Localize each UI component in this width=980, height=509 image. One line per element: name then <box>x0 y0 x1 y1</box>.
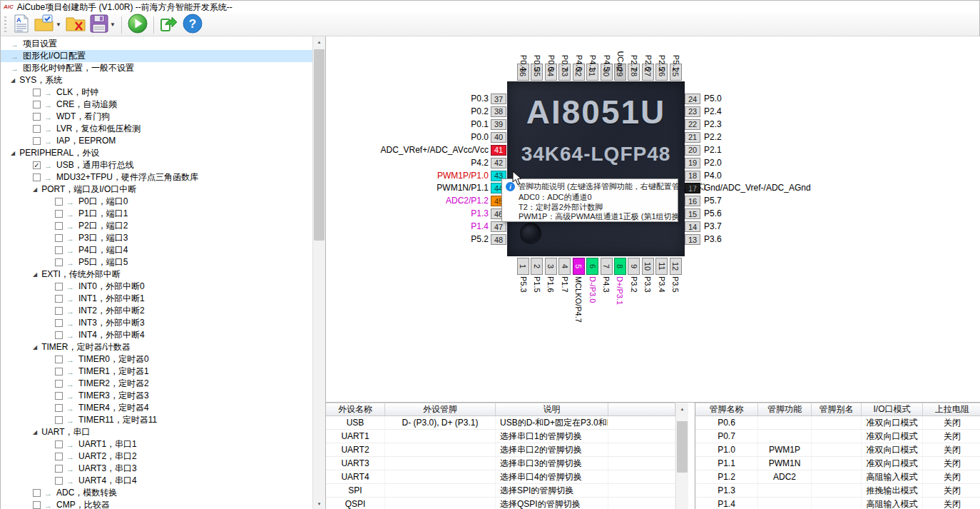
checkbox[interactable] <box>55 210 63 218</box>
pin-22[interactable]: 22 <box>685 119 700 130</box>
peripheral-row[interactable]: UART2选择串口2的管脚切换 <box>326 443 675 457</box>
tree-item[interactable]: →P1口，端口1 <box>1 208 312 220</box>
pin-1[interactable]: 1 <box>517 258 529 275</box>
expander-icon[interactable]: ◢ <box>11 147 15 159</box>
tree-item[interactable]: →WDT，看门狗 <box>1 111 312 123</box>
tree-item[interactable]: →TIMER2，定时器2 <box>1 378 312 390</box>
peripheral-scrollbar-thumb[interactable] <box>677 421 688 473</box>
column-header[interactable]: 管脚功能 <box>758 403 812 415</box>
tree-item[interactable]: →INT1，外部中断1 <box>1 293 312 305</box>
column-header[interactable]: 管脚别名 <box>812 403 862 415</box>
pin-41[interactable]: 41 <box>491 145 506 156</box>
tree-item[interactable]: →TIMER11，定时器11 <box>1 414 312 426</box>
tree-item[interactable]: →P5口，端口5 <box>1 256 312 268</box>
pin-row[interactable]: P1.1PWM1N准双向口模式关闭 <box>695 457 980 470</box>
run-button[interactable] <box>126 15 150 35</box>
pin-row[interactable]: P0.6准双向口模式关闭 <box>695 416 980 430</box>
checkbox[interactable] <box>55 440 63 448</box>
pin-21[interactable]: 21 <box>685 132 700 143</box>
tree-item[interactable]: →CLK，时钟 <box>1 86 312 99</box>
pin-row[interactable]: P1.2ADC2高阻输入模式关闭 <box>695 470 980 484</box>
tree-item[interactable]: →TIMER3，定时器3 <box>1 390 312 402</box>
tree-item[interactable]: →P2口，端口2 <box>1 220 312 232</box>
peripheral-table-scrollbar[interactable]: ▲ <box>675 402 688 509</box>
pin-11[interactable]: 11 <box>655 258 668 275</box>
checkbox[interactable] <box>55 198 63 206</box>
checkbox[interactable] <box>55 295 63 303</box>
tree-item[interactable]: ◢PERIPHERAL，外设 <box>1 147 312 159</box>
checkbox[interactable] <box>33 89 41 96</box>
pin-14[interactable]: 14 <box>685 221 700 232</box>
checkbox[interactable] <box>55 465 63 473</box>
close-project-button[interactable] <box>63 15 88 35</box>
pin-16[interactable]: 16 <box>685 196 700 206</box>
pin-40[interactable]: 40 <box>491 132 506 143</box>
scroll-up-icon[interactable]: ▲ <box>313 36 325 48</box>
pin-8[interactable]: 8 <box>614 258 626 275</box>
column-header[interactable]: 外设管脚 <box>385 403 496 415</box>
pin-row[interactable]: P1.0PWM1P准双向口模式关闭 <box>695 443 980 457</box>
pin-38[interactable]: 38 <box>491 106 506 117</box>
pin-47[interactable]: 47 <box>491 221 506 232</box>
checkbox[interactable] <box>55 380 63 388</box>
checkbox[interactable] <box>33 101 41 109</box>
column-header[interactable]: 管脚名称 <box>695 403 758 415</box>
save-project-button[interactable]: ▼ <box>88 15 118 35</box>
checkbox[interactable] <box>33 113 41 121</box>
tree-item[interactable]: →ADC，模数转换 <box>1 487 312 499</box>
column-header[interactable]: I/O口模式 <box>862 403 923 415</box>
expander-icon[interactable]: ◢ <box>33 268 37 281</box>
peripheral-row[interactable]: SPI选择SPI的管脚切换 <box>326 484 675 498</box>
tree-item[interactable]: →UART3，串口3 <box>1 463 312 475</box>
checkbox[interactable] <box>33 137 41 145</box>
peripheral-row[interactable]: USBD- (P3.0), D+ (P3.1)USB的D-和D+固定在P3.0和… <box>326 416 675 430</box>
checkbox[interactable] <box>55 222 63 230</box>
checkbox[interactable] <box>55 331 63 339</box>
tree-item[interactable]: →图形化I/O口配置 <box>1 50 312 62</box>
dropdown-arrow-icon[interactable]: ▼ <box>56 21 61 28</box>
pin-39[interactable]: 39 <box>491 119 506 130</box>
tree-item[interactable]: →MDU32+TFPU，硬件浮点三角函数库 <box>1 171 312 183</box>
tree-item[interactable]: →UART2，串口2 <box>1 450 312 463</box>
pin-42[interactable]: 42 <box>491 158 506 168</box>
tree-item[interactable]: →CMP，比较器 <box>1 499 312 509</box>
tree-item[interactable]: →INT4，外部中断4 <box>1 329 312 341</box>
tree-item[interactable]: →UART1，串口1 <box>1 438 312 450</box>
tree-item[interactable]: →P0口，端口0 <box>1 196 312 208</box>
expander-icon[interactable]: ◢ <box>33 341 37 353</box>
tree-item[interactable]: →TIMER0，定时器0 <box>1 353 312 366</box>
checkbox[interactable]: ✓ <box>33 161 41 169</box>
column-header[interactable]: 外设名称 <box>326 403 385 415</box>
tree-item[interactable]: →IAP，EEPROM <box>1 135 312 147</box>
tree-item[interactable]: ✓→USB，通用串行总线 <box>1 159 312 171</box>
pin-6[interactable]: 6 <box>586 258 598 275</box>
checkbox[interactable] <box>55 307 63 315</box>
peripheral-row[interactable]: UART4选择串口4的管脚切换 <box>326 470 675 484</box>
tree-item[interactable]: →P3口，端口3 <box>1 232 312 244</box>
peripheral-row[interactable]: QSPI选择QSPI的管脚切换 <box>326 498 675 509</box>
pin-9[interactable]: 9 <box>628 258 640 275</box>
tree-item[interactable]: ◢PORT，端口及I/O口中断 <box>1 183 312 196</box>
pin-37[interactable]: 37 <box>491 94 506 104</box>
tree-item[interactable]: ◢UART，串口 <box>1 426 312 438</box>
pin-7[interactable]: 7 <box>601 258 613 275</box>
pin-5[interactable]: 5 <box>573 258 585 275</box>
tree-item[interactable]: →CRE，自动追频 <box>1 99 312 111</box>
tree-item[interactable]: →INT3，外部中断3 <box>1 317 312 329</box>
checkbox[interactable] <box>33 125 41 133</box>
tree-item[interactable]: →UART4，串口4 <box>1 475 312 487</box>
checkbox[interactable] <box>55 416 63 424</box>
column-header[interactable]: 说明 <box>496 403 608 415</box>
checkbox[interactable] <box>55 368 63 376</box>
pin-2[interactable]: 2 <box>531 258 543 275</box>
tree-item[interactable]: ◢TIMER，定时器/计数器 <box>1 341 312 353</box>
peripheral-row[interactable]: UART1选择串口1的管脚切换 <box>326 430 675 443</box>
toolbar-grip[interactable] <box>4 16 6 34</box>
checkbox[interactable] <box>55 453 63 460</box>
tree-item[interactable]: →LVR，复位和低压检测 <box>1 123 312 135</box>
tree-item[interactable]: →项目设置 <box>1 38 312 50</box>
pin-24[interactable]: 24 <box>685 94 700 104</box>
pin-row[interactable]: P0.7准双向口模式关闭 <box>695 430 980 443</box>
new-project-button[interactable]: A <box>11 15 32 35</box>
checkbox[interactable] <box>55 283 63 291</box>
